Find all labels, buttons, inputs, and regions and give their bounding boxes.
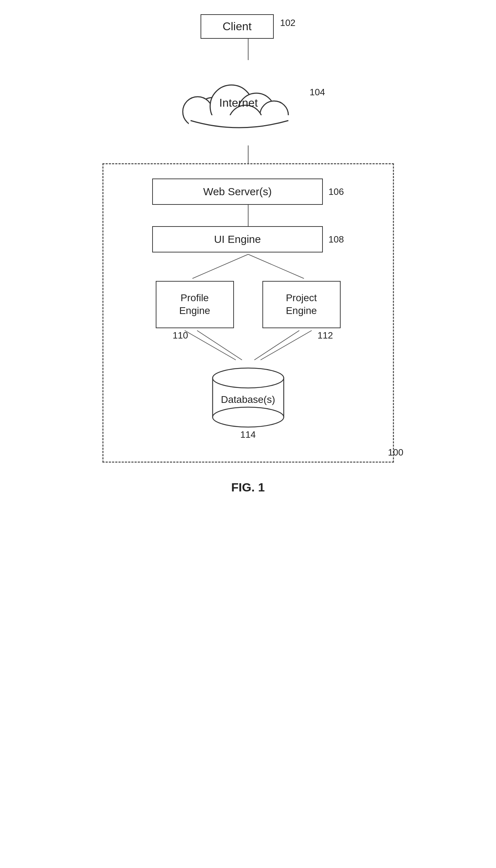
svg-line-8 <box>248 254 304 278</box>
web-server-ref: 106 <box>329 186 344 197</box>
project-engine-ref: 112 <box>318 330 333 341</box>
figure-label: FIG. 1 <box>231 480 265 494</box>
profile-engine-section: ProfileEngine <box>156 281 234 328</box>
client-to-cloud-line <box>248 39 249 60</box>
svg-rect-6 <box>189 115 292 145</box>
svg-line-12 <box>260 330 311 360</box>
webserver-to-ui-line <box>248 205 249 226</box>
svg-point-15 <box>213 368 284 388</box>
engines-row: ProfileEngine ProjectEngine <box>121 281 375 328</box>
svg-line-9 <box>185 330 236 360</box>
ui-to-engines-connector <box>121 252 375 281</box>
svg-point-14 <box>213 407 284 427</box>
database-ref: 114 <box>240 429 256 440</box>
profile-engine-ref: 110 <box>173 330 188 341</box>
database-label: Database(s) <box>221 393 275 406</box>
client-label: Client <box>223 20 252 33</box>
system-boundary: Web Server(s) 106 UI Engine 108 <box>102 163 394 463</box>
system-ref: 100 <box>388 447 403 458</box>
client-ref: 102 <box>280 17 295 28</box>
svg-line-11 <box>254 330 299 360</box>
internet-ref: 104 <box>310 87 325 98</box>
profile-engine-label: ProfileEngine <box>179 292 210 316</box>
engines-to-db-connector: 110 112 <box>121 328 375 364</box>
client-section: Client 102 <box>88 14 408 60</box>
project-engine-box: ProjectEngine <box>262 281 341 328</box>
ui-engine-ref: 108 <box>329 234 344 245</box>
cloud-to-webserver-line <box>248 145 249 163</box>
project-engine-section: ProjectEngine <box>262 281 341 328</box>
internet-label: Internet <box>219 96 258 110</box>
client-box: Client <box>201 14 274 39</box>
profile-engine-box: ProfileEngine <box>156 281 234 328</box>
web-server-label: Web Server(s) <box>203 186 272 197</box>
database-cylinder: Database(s) <box>206 364 291 428</box>
web-server-box: Web Server(s) <box>152 179 323 205</box>
internet-cloud: Internet <box>171 60 306 145</box>
cloud-section: Internet 104 <box>88 60 408 163</box>
svg-line-7 <box>192 254 248 278</box>
project-engine-label: ProjectEngine <box>286 292 317 316</box>
ui-engine-box: UI Engine <box>152 226 323 252</box>
ui-engine-label: UI Engine <box>214 233 261 245</box>
database-section: Database(s) 114 <box>206 364 291 440</box>
svg-line-10 <box>197 330 242 360</box>
diagram-wrapper: Client 102 <box>88 14 408 494</box>
